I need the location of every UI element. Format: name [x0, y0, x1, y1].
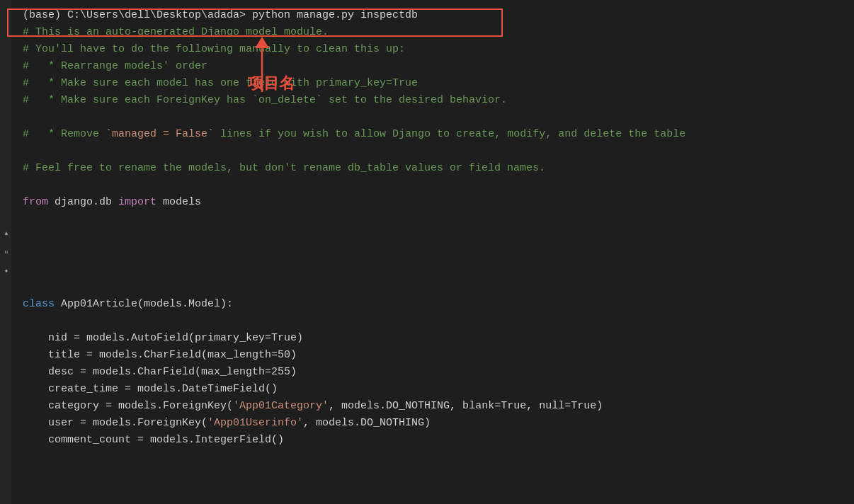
- sidebar-left: ▲ ≡ ♦: [0, 0, 11, 504]
- sidebar-icon-1: ▲: [1, 230, 11, 236]
- sidebar-icon-3: ♦: [1, 268, 11, 274]
- blank-line-2: [23, 245, 843, 262]
- code-line-3: # You'll have to do the following manual…: [23, 41, 843, 58]
- code-line-comment-count: comment_count = models.IntegerField(): [23, 432, 843, 449]
- code-line-8: # Feel free to rename the models, but do…: [23, 160, 843, 177]
- code-line-9: from django.db import models: [23, 177, 843, 228]
- import-keyword: import: [118, 196, 156, 208]
- string-app01category: 'App01Category': [233, 400, 329, 412]
- class-keyword: class: [23, 298, 55, 310]
- code-content: (base) C:\Users\dell\Desktop\adada> pyth…: [23, 7, 843, 449]
- sidebar-icon-2: ≡: [1, 251, 11, 254]
- code-line-2: # This is an auto-generated Django model…: [23, 24, 843, 41]
- code-line-4: # * Rearrange models' order: [23, 58, 843, 75]
- code-line-1: (base) C:\Users\dell\Desktop\adada> pyth…: [23, 7, 843, 24]
- code-line-create-time: create_time = models.DateTimeField(): [23, 381, 843, 398]
- from-keyword: from: [23, 196, 48, 208]
- blank-line-3: [23, 262, 843, 279]
- code-line-class: class App01Article(models.Model):: [23, 279, 843, 330]
- managed-false-highlight: `managed = False`: [106, 128, 214, 140]
- code-line-title: title = models.CharField(max_length=50): [23, 347, 843, 364]
- code-line-user: user = models.ForeignKey('App01Userinfo'…: [23, 415, 843, 432]
- string-app01userinfo: 'App01Userinfo': [207, 417, 303, 429]
- code-line-6: # * Make sure each ForeignKey has `on_de…: [23, 92, 843, 109]
- code-line-5: # * Make sure each model has one field w…: [23, 75, 843, 92]
- code-line-category: category = models.ForeignKey('App01Categ…: [23, 398, 843, 415]
- code-line-7: # * Remove `managed = False` lines if yo…: [23, 109, 843, 160]
- terminal-window: ▲ ≡ ♦ 项目名 (base) C:\Users\dell\Desktop\a…: [0, 0, 854, 504]
- blank-line-1: [23, 228, 843, 245]
- code-line-nid: nid = models.AutoField(primary_key=True): [23, 330, 843, 347]
- code-line-desc: desc = models.CharField(max_length=255): [23, 364, 843, 381]
